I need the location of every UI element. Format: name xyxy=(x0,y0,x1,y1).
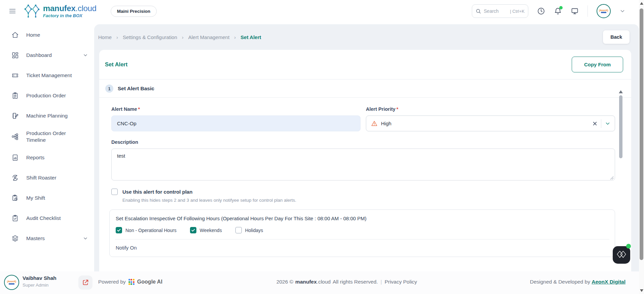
non-operational-hours-checkbox[interactable] xyxy=(116,227,122,233)
sidebar-item-home[interactable]: Home xyxy=(0,25,94,45)
reports-icon xyxy=(11,154,19,161)
sidebar-item-label: Machine Planning xyxy=(26,112,68,119)
search-icon xyxy=(476,8,481,14)
breadcrumb-alert-management[interactable]: Alert Management xyxy=(188,34,230,40)
window-scrollbar-thumb[interactable] xyxy=(640,8,643,260)
set-alert-card: Set Alert Copy From 1 Set Alert Basic Al… xyxy=(99,50,631,271)
sidebar-item-reports[interactable]: Reports xyxy=(0,148,94,168)
alert-name-label: Alert Name xyxy=(111,106,137,112)
control-plan-helper: Enabling this hides steps 2 and 3 and le… xyxy=(122,198,615,203)
breadcrumb-current: Set Alert xyxy=(240,34,261,40)
company-badge[interactable]: Maini Precision xyxy=(111,6,157,17)
resize-handle[interactable] xyxy=(610,176,614,180)
copyright-tld: .cloud xyxy=(317,279,331,285)
alert-priority-select[interactable]: High xyxy=(366,116,615,131)
sidebar-item-machine-planning[interactable]: Machine Planning xyxy=(0,106,94,126)
brand-tld: .cloud xyxy=(76,4,97,13)
sidebar-item-label: Home xyxy=(26,32,40,38)
breadcrumb-settings-configuration[interactable]: Settings & Configuration xyxy=(123,34,177,40)
sidebar-item-label: Dashboard xyxy=(26,52,52,59)
window-scrollbar xyxy=(639,0,644,294)
step-number-badge: 1 xyxy=(105,85,113,93)
sidebar-item-dashboard[interactable]: Dashboard xyxy=(0,45,94,65)
clipboard-icon xyxy=(11,92,19,99)
manufex-widget-icon xyxy=(616,249,627,261)
copy-from-button[interactable]: Copy From xyxy=(572,57,623,72)
google-ai-logo-icon xyxy=(128,279,135,285)
control-plan-label: Use this alert for control plan xyxy=(122,189,192,195)
clear-icon[interactable] xyxy=(592,121,598,126)
sidebar-item-label: Audit Checklist xyxy=(26,215,61,222)
monitor-icon[interactable] xyxy=(571,7,579,15)
copyright-brand: manufex xyxy=(295,279,317,285)
weekends-label: Weekends xyxy=(200,228,222,233)
profile-chevron-down-icon[interactable] xyxy=(619,8,626,14)
select-divider xyxy=(601,119,601,128)
floating-widget-button[interactable] xyxy=(613,246,630,264)
scroll-up-arrow-icon[interactable] xyxy=(619,90,623,93)
alert-name-input[interactable] xyxy=(111,116,361,131)
select-chevron-down-icon[interactable] xyxy=(605,121,611,127)
scroll-down-arrow-icon[interactable] xyxy=(640,289,643,292)
sidebar-item-shift-roaster[interactable]: Shift Roaster xyxy=(0,168,94,188)
chevron-down-icon xyxy=(83,236,88,241)
breadcrumb-chevron-icon: › xyxy=(116,34,118,40)
breadcrumb-home[interactable]: Home xyxy=(98,34,112,40)
privacy-policy-link[interactable]: Privacy Policy xyxy=(385,279,417,285)
shift-roaster-icon xyxy=(11,174,19,182)
top-bar: manufex.cloud Factory in the BOX Maini P… xyxy=(0,0,639,22)
back-button[interactable]: Back xyxy=(603,30,630,44)
sidebar-item-production-order-timeline[interactable]: Production Order Timeline xyxy=(0,126,94,148)
search-input[interactable] xyxy=(484,8,507,14)
manufex-logo-icon xyxy=(24,4,40,19)
sidebar-item-label: Production Order Timeline xyxy=(26,130,77,143)
global-search[interactable]: | Ctrl+K xyxy=(472,4,528,18)
alert-priority-value: High xyxy=(381,121,391,126)
holidays-checkbox[interactable] xyxy=(235,227,242,233)
required-asterisk: * xyxy=(396,106,399,112)
description-label: Description xyxy=(111,139,615,145)
step-title: Set Alert Basic xyxy=(118,86,154,92)
header-divider xyxy=(588,5,588,17)
aeonx-digital-link[interactable]: AeonX Digital xyxy=(592,279,626,285)
external-link-icon[interactable] xyxy=(78,275,92,290)
control-plan-checkbox[interactable] xyxy=(111,189,118,195)
footer: {AeonX} Vaibhav Shah Super Admin Powered… xyxy=(0,271,639,294)
user-avatar[interactable]: {AeonX} xyxy=(597,4,611,18)
user-name: Vaibhav Shah xyxy=(23,275,56,281)
dashboard-icon xyxy=(11,52,19,59)
sidebar-item-label: My Shift xyxy=(26,195,45,201)
google-ai-label: Google AI xyxy=(137,279,162,285)
powered-by-label: Powered by xyxy=(98,279,126,285)
notifications-bell-icon[interactable] xyxy=(554,7,562,15)
sidebar-item-production-order[interactable]: Production Order xyxy=(0,86,94,106)
form-scrollbar xyxy=(619,90,623,185)
home-icon xyxy=(11,31,19,39)
holidays-label: Holidays xyxy=(245,228,263,233)
description-textarea[interactable] xyxy=(111,149,615,181)
sidebar-item-masters[interactable]: Masters xyxy=(0,228,94,249)
hamburger-menu-icon[interactable] xyxy=(9,7,16,15)
required-asterisk: * xyxy=(138,106,140,112)
masters-icon xyxy=(11,235,19,242)
chevron-down-icon xyxy=(83,53,88,58)
sidebar-item-label: Masters xyxy=(26,235,45,242)
weekends-checkbox[interactable] xyxy=(190,227,196,233)
breadcrumb-chevron-icon: › xyxy=(182,34,184,40)
sidebar-item-label: Reports xyxy=(26,154,44,161)
sidebar-nav: Home Dashboard Ticket Management Product… xyxy=(0,22,94,271)
brand-tagline: Factory in the BOX xyxy=(43,13,97,18)
designed-by-label: Designed & Developed by xyxy=(530,279,590,285)
sidebar-item-ticket-management[interactable]: Ticket Management xyxy=(0,65,94,86)
form-scrollbar-thumb[interactable] xyxy=(619,95,622,158)
footer-user-avatar[interactable]: {AeonX} xyxy=(4,275,19,290)
history-clock-icon[interactable] xyxy=(537,7,545,15)
machine-planning-icon xyxy=(11,112,19,120)
breadcrumb: Home › Settings & Configuration › Alert … xyxy=(98,34,261,40)
search-shortcut: | Ctrl+K xyxy=(510,9,525,14)
scroll-up-arrow-icon[interactable] xyxy=(640,2,643,5)
sidebar-item-label: Ticket Management xyxy=(26,72,72,79)
sidebar-item-my-shift[interactable]: My Shift xyxy=(0,188,94,208)
copyright-prefix: 2026 © xyxy=(276,279,293,285)
sidebar-item-audit-checklist[interactable]: Audit Checklist xyxy=(0,208,94,228)
